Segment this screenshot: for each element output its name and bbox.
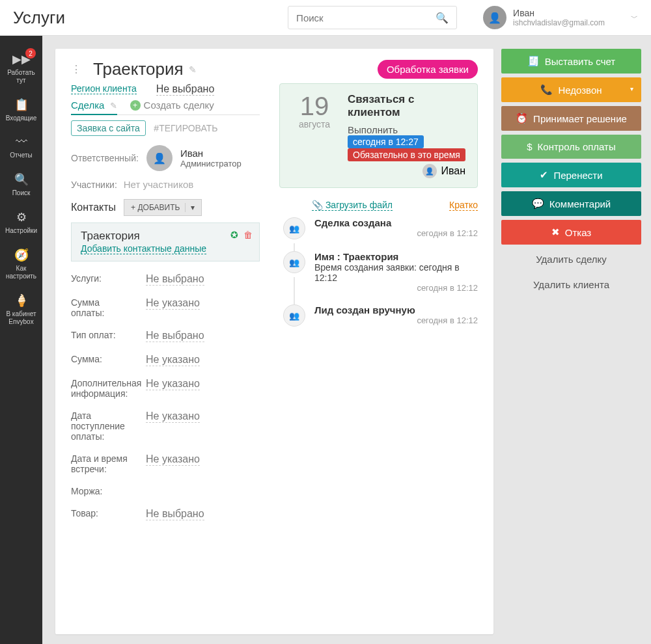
page-title: Услуги xyxy=(13,8,65,28)
field-value[interactable]: Не указано xyxy=(146,410,200,423)
timeline-icon: 👥 xyxy=(283,304,305,327)
user-menu[interactable]: 👤 Иван ishchvladislav@gmail.com ﹀ xyxy=(483,6,638,29)
plus-icon: + xyxy=(130,100,141,111)
deal-title: Траектория xyxy=(93,59,184,79)
timeline-time: сегодня в 12:12 xyxy=(314,228,478,238)
file-icon: 🧾 xyxy=(527,55,540,67)
field-value[interactable]: Не выбрано xyxy=(146,330,204,342)
sidebar: 2 ▶▶ Работать тут 📋 Входящие 〰 Отчеты 🔍 … xyxy=(0,36,42,644)
task-title: Связаться с клиентом xyxy=(348,93,465,119)
deal-card: ⋮ Траектория ✎ Обработка заявки Регион к… xyxy=(55,49,493,634)
clock-icon: ⏰ xyxy=(516,113,528,124)
field-value[interactable]: Не указано xyxy=(146,354,200,366)
chart-icon: 〰 xyxy=(3,135,40,149)
upload-file-link[interactable]: 📎 Загрузить файл xyxy=(312,200,393,211)
field-value[interactable]: Не выбрано xyxy=(146,273,204,286)
delete-deal-button[interactable]: Удалить сделку xyxy=(501,248,641,270)
field-value[interactable]: Не указано xyxy=(146,378,200,390)
pencil-icon[interactable]: ✎ xyxy=(110,101,117,111)
timeline-time: сегодня в 12:12 xyxy=(314,283,478,293)
tag-input[interactable]: #ТЕГИРОВАТЬ xyxy=(148,121,223,135)
timeline-sub: Время создания заявки: сегодня в 12:12 xyxy=(314,262,478,283)
phone-icon: 📞 xyxy=(540,84,553,96)
comment-button[interactable]: 💬Комментарий xyxy=(501,191,641,216)
field-label: Товар: xyxy=(71,508,133,518)
clipboard-icon: 📋 xyxy=(3,98,40,112)
field-label: Тип оплат: xyxy=(71,330,133,340)
responsible-role: Администратор xyxy=(180,159,242,168)
user-email: ishchvladislav@gmail.com xyxy=(513,18,605,27)
more-icon[interactable]: ⋮ xyxy=(71,63,81,75)
avatar-icon: 👤 xyxy=(483,6,506,29)
dollar-icon: $ xyxy=(527,141,532,152)
caret-down-icon[interactable]: ▾ xyxy=(185,203,195,212)
task-time-pill: сегодня в 12:27 xyxy=(348,135,424,148)
add-contact-data-link[interactable]: Добавить контактные данные xyxy=(81,243,206,254)
user-name: Иван xyxy=(513,8,605,18)
participants-value[interactable]: Нет участников xyxy=(124,179,193,190)
responsible-label: Ответственный: xyxy=(71,153,139,163)
field-label: Дата поступление оплаты: xyxy=(71,410,133,442)
nav-howto[interactable]: 🧭 Как настроить xyxy=(0,241,42,287)
tab-deal[interactable]: Сделка ✎ xyxy=(71,100,117,115)
nav-inbox[interactable]: 📋 Входящие xyxy=(0,91,42,129)
search-box[interactable]: 🔍 xyxy=(288,6,457,29)
deciding-button[interactable]: ⏰Принимает решение xyxy=(501,106,641,131)
field-label: Моржа: xyxy=(71,486,133,496)
add-contact-button[interactable]: + ДОБАВИТЬ ▾ xyxy=(124,199,202,216)
field-value[interactable]: Не указано xyxy=(146,297,200,310)
region-label[interactable]: Регион клиента xyxy=(71,83,137,94)
field-row: Дополнительная информация: Не указано xyxy=(71,378,260,399)
contact-card[interactable]: Траектория Добавить контактные данные ✪ … xyxy=(71,222,260,262)
nocall-button[interactable]: 📞Недозвон▾ xyxy=(501,77,641,102)
field-row: Моржа: xyxy=(71,486,260,496)
task-date: 19 августа xyxy=(292,93,337,178)
nav-badge: 2 xyxy=(25,48,36,59)
search-input[interactable] xyxy=(296,12,436,23)
contact-name: Траектория xyxy=(81,230,250,243)
edit-icon[interactable]: ✎ xyxy=(189,64,197,75)
delete-client-button[interactable]: Удалить клиента xyxy=(501,274,641,295)
refuse-button[interactable]: ✖Отказ xyxy=(501,220,641,245)
nav-work-here[interactable]: 2 ▶▶ Работать тут xyxy=(0,46,42,91)
field-row: Сумма: Не указано xyxy=(71,354,260,366)
participants-label: Участники: xyxy=(71,180,117,190)
delete-icon[interactable]: 🗑 xyxy=(243,230,253,240)
gear-icon: ⚙ xyxy=(3,210,40,224)
envybox-icon: 🍦 xyxy=(3,293,40,308)
actions-panel: 🧾Выставить счет 📞Недозвон▾ ⏰Принимает ре… xyxy=(501,49,641,295)
task-required-pill: Обязательно в это время xyxy=(348,148,465,161)
nav-reports[interactable]: 〰 Отчеты xyxy=(0,129,42,166)
nav-settings[interactable]: ⚙ Настройки xyxy=(0,204,42,241)
field-row: Сумма оплаты: Не указано xyxy=(71,297,260,318)
responsible-name[interactable]: Иван xyxy=(180,148,242,159)
search-icon[interactable]: 🔍 xyxy=(436,12,449,24)
compass-icon: 🧭 xyxy=(3,248,40,262)
field-row: Дата и время встречи: Не указано xyxy=(71,453,260,474)
avatar-icon: 👤 xyxy=(146,145,173,171)
invoice-button[interactable]: 🧾Выставить счет xyxy=(501,49,641,74)
timeline-time: сегодня в 12:12 xyxy=(314,315,478,325)
tab-create-deal[interactable]: + Создать сделку xyxy=(130,100,214,111)
timeline-item: 👥 Лид создан вручную сегодня в 12:12 xyxy=(279,304,478,327)
field-label: Сумма: xyxy=(71,354,133,364)
timeline-title: Имя : Траектория xyxy=(314,251,478,262)
task-line: Выполнить xyxy=(348,124,465,135)
field-value[interactable]: Не указано xyxy=(146,453,200,466)
caret-icon: ▾ xyxy=(630,85,633,92)
timeline-title: Сделка создана xyxy=(314,217,478,228)
chevron-down-icon[interactable]: ﹀ xyxy=(631,13,638,23)
field-row: Дата поступление оплаты: Не указано xyxy=(71,410,260,442)
favorite-icon[interactable]: ✪ xyxy=(230,230,238,240)
field-row: Услуги: Не выбрано xyxy=(71,273,260,286)
brief-link[interactable]: Кратко xyxy=(449,200,478,211)
payment-button[interactable]: $Контроль оплаты xyxy=(501,135,641,159)
postpone-button[interactable]: ✔Перенести xyxy=(501,163,641,187)
region-value[interactable]: Не выбрано xyxy=(156,83,215,96)
task-card[interactable]: 19 августа Связаться с клиентом Выполнит… xyxy=(279,83,478,188)
source-chip[interactable]: Заявка с сайта xyxy=(71,120,146,136)
nav-search[interactable]: 🔍 Поиск xyxy=(0,166,42,204)
status-badge[interactable]: Обработка заявки xyxy=(378,60,478,79)
field-value[interactable]: Не выбрано xyxy=(146,508,204,520)
nav-envybox[interactable]: 🍦 В кабинет Envybox xyxy=(0,287,42,332)
